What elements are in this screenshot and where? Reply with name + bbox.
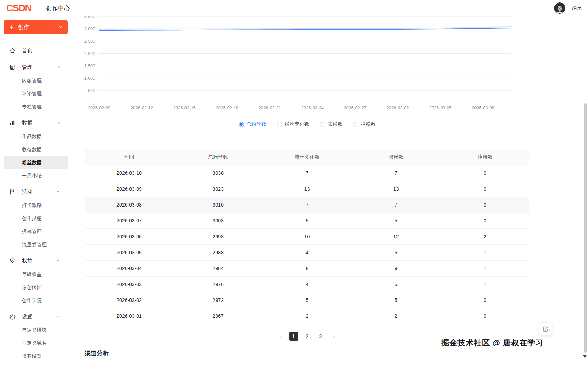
user-avatar[interactable] <box>554 2 565 14</box>
sidebar-item-自定义域名[interactable]: 自定义域名 <box>4 337 68 350</box>
table-cell: 2026-03-04 <box>85 260 174 276</box>
metric-radio-label: 涨粉数 <box>328 121 343 127</box>
sidebar-item-流量券管理[interactable]: 流量券管理 <box>4 238 68 251</box>
sidebar-section-数据[interactable]: 数据 <box>0 116 75 130</box>
sidebar-item-自定义模块[interactable]: 自定义模块 <box>4 323 68 337</box>
csdn-logo[interactable]: CSDN <box>6 3 31 14</box>
svg-text:1,000: 1,000 <box>84 76 95 81</box>
pagination-page-3[interactable]: 3 <box>316 332 325 341</box>
sidebar-item-home[interactable]: 首页 <box>0 43 75 58</box>
sidebar-item-原创保护[interactable]: 原创保护 <box>4 281 68 294</box>
sidebar-item-粉丝数据[interactable]: 粉丝数据 <box>4 156 68 169</box>
sidebar-item-专栏管理[interactable]: 专栏管理 <box>4 100 68 113</box>
sidebar-section-管理[interactable]: 管理 <box>0 60 75 74</box>
svg-text:0: 0 <box>93 101 95 106</box>
sidebar-item-创作学院[interactable]: 创作学院 <box>4 294 68 307</box>
table-row[interactable]: 2026-03-103030770 <box>85 165 529 181</box>
sidebar-section-设置[interactable]: 设置 <box>0 309 75 323</box>
pagination-page-2[interactable]: 2 <box>303 332 312 341</box>
messages-link[interactable]: 消息 <box>572 5 582 11</box>
table-row[interactable]: 2026-03-022972550 <box>85 292 529 308</box>
table-cell: 3023 <box>174 181 262 197</box>
sidebar-item-内容管理[interactable]: 内容管理 <box>4 74 68 87</box>
channel-analysis-title: 渠道分析 <box>85 349 109 357</box>
column-header-总粉丝数: 总粉丝数 <box>174 149 262 165</box>
table-cell: 2026-03-03 <box>85 276 174 292</box>
table-cell: 0 <box>441 292 529 308</box>
table-row[interactable]: 2026-03-012967220 <box>85 308 529 324</box>
metric-radio-粉丝变化数[interactable]: 粉丝变化数 <box>277 121 309 127</box>
gear-icon <box>9 313 16 320</box>
sidebar-section-活动[interactable]: 活动 <box>0 185 75 199</box>
table-row[interactable]: 2026-03-052988451 <box>85 244 529 260</box>
metric-radio-总粉丝数[interactable]: 总粉丝数 <box>239 121 266 127</box>
sidebar: 创作 首页 管理内容管理评论管理专栏管理数据作品数据收益数据粉丝数据一周小结活动… <box>0 16 75 380</box>
table-cell: 0 <box>441 165 529 181</box>
svg-text:2026-02-12: 2026-02-12 <box>131 106 153 111</box>
svg-text:3,000: 3,000 <box>84 26 95 31</box>
table-cell: 2998 <box>174 228 262 244</box>
table-cell: 2026-03-06 <box>85 228 174 244</box>
table-cell: 5 <box>262 213 351 228</box>
table-cell: 0 <box>441 197 529 213</box>
table-cell: 8 <box>262 260 351 276</box>
table-cell: 5 <box>352 276 441 292</box>
sidebar-item-评论管理[interactable]: 评论管理 <box>4 87 68 100</box>
pagination-next[interactable]: › <box>329 332 339 341</box>
sidebar-section-权益[interactable]: 权益 <box>0 254 75 268</box>
column-header-涨粉数: 涨粉数 <box>352 149 441 165</box>
column-header-粉丝变化数: 粉丝变化数 <box>262 149 351 165</box>
watermark-text: 掘金技术社区 @ 唐叔在学习 <box>441 338 544 348</box>
sidebar-item-创作灵感[interactable]: 创作灵感 <box>4 212 68 225</box>
avatar-image <box>554 2 565 14</box>
table-row[interactable]: 2026-03-09302313130 <box>85 181 529 197</box>
sidebar-item-收益数据[interactable]: 收益数据 <box>4 143 68 156</box>
scrollbar-thumb[interactable] <box>584 103 587 353</box>
table-cell: 2026-03-02 <box>85 292 174 308</box>
svg-text:2026-03-05: 2026-03-05 <box>429 106 451 111</box>
badge-icon <box>9 257 16 264</box>
sidebar-item-等级权益[interactable]: 等级权益 <box>4 268 68 281</box>
table-cell: 0 <box>441 213 529 228</box>
svg-text:2026-02-15: 2026-02-15 <box>173 106 196 111</box>
metric-radio-涨粉数[interactable]: 涨粉数 <box>320 121 343 127</box>
sidebar-item-作品数据[interactable]: 作品数据 <box>4 130 68 143</box>
flag-icon <box>9 189 16 195</box>
chevron-down-icon <box>58 25 63 30</box>
document-icon <box>9 64 16 70</box>
sidebar-item-博客设置[interactable]: 博客设置 <box>4 350 68 363</box>
vertical-scrollbar[interactable] <box>583 16 588 380</box>
sidebar-item-投稿管理[interactable]: 投稿管理 <box>4 225 68 238</box>
table-row[interactable]: 2026-03-06299810122 <box>85 228 529 244</box>
table-row[interactable]: 2026-03-042984891 <box>85 260 529 276</box>
table-row[interactable]: 2026-03-073003550 <box>85 213 529 228</box>
sidebar-section-label: 数据 <box>22 120 32 126</box>
table-cell: 3003 <box>174 213 262 228</box>
quick-write-button[interactable] <box>539 322 552 336</box>
table-cell: 2026-03-01 <box>85 308 174 324</box>
sidebar-item-一周小结[interactable]: 一周小结 <box>4 169 68 182</box>
sidebar-section-label: 活动 <box>22 189 32 195</box>
table-row[interactable]: 2026-03-032976451 <box>85 276 529 292</box>
table-cell: 1 <box>441 244 529 260</box>
table-cell: 1 <box>441 276 529 292</box>
table-row[interactable]: 2026-03-083010770 <box>85 197 529 213</box>
fans-data-table: 时间总粉丝数粉丝变化数涨粉数掉粉数 2026-03-1030307702026-… <box>85 149 529 324</box>
bar-chart-icon <box>9 120 16 126</box>
svg-text:2026-03-02: 2026-03-02 <box>387 106 409 111</box>
table-cell: 0 <box>441 308 529 324</box>
metric-radio-掉粉数[interactable]: 掉粉数 <box>353 121 376 127</box>
pagination-page-1[interactable]: 1 <box>289 332 298 341</box>
create-button[interactable]: 创作 <box>4 20 68 34</box>
table-header: 时间总粉丝数粉丝变化数涨粉数掉粉数 <box>85 149 529 165</box>
scroll-down-arrow-icon[interactable] <box>583 355 587 358</box>
fans-trend-chart[interactable]: 05001,0001,5002,0002,5003,0003,5002026-0… <box>0 0 588 117</box>
pagination-prev[interactable]: ‹ <box>276 332 285 341</box>
table-cell: 2 <box>262 308 351 324</box>
sidebar-item-打卡激励[interactable]: 打卡激励 <box>4 199 68 212</box>
sidebar-sections: 管理内容管理评论管理专栏管理数据作品数据收益数据粉丝数据一周小结活动打卡激励创作… <box>0 60 75 363</box>
table-cell: 13 <box>352 181 441 197</box>
metric-radio-label: 掉粉数 <box>361 121 376 127</box>
chevron-up-icon <box>56 189 61 194</box>
svg-text:1,500: 1,500 <box>84 64 95 69</box>
